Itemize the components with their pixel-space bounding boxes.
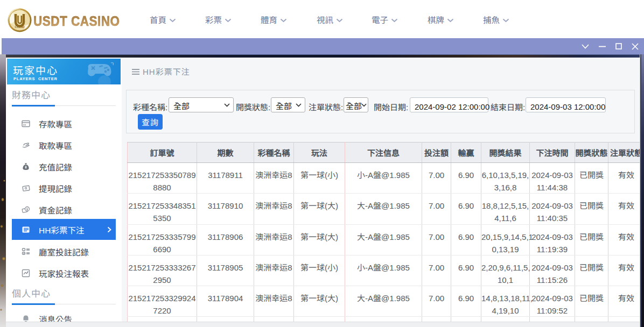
svg-text:CASINO: CASINO: [15, 25, 25, 29]
